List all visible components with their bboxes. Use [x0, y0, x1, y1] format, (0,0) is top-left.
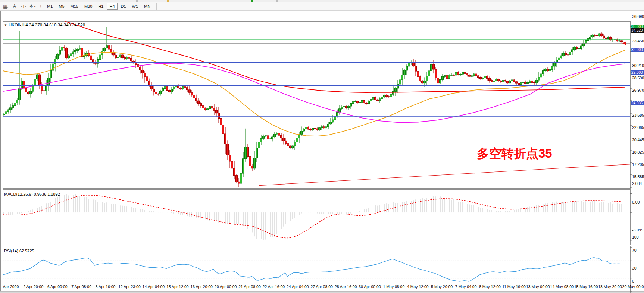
price-axis-label: 17.205: [632, 162, 644, 167]
price-tag-34.520[interactable]: 34.520: [631, 28, 644, 33]
annotation-text: 多空转折点35: [477, 145, 552, 162]
macd-axis-label: 2.084: [632, 181, 642, 186]
timeframe-button-D1[interactable]: D1: [118, 3, 129, 10]
rsi-axis-label: 100: [632, 235, 639, 239]
macd-label: MACD(12,26,9) 0.9636 1.1892: [4, 192, 60, 196]
price-arrow-icon: [622, 42, 626, 45]
sliver-mark-icon: [276, 0, 278, 2]
textbox-button[interactable]: T: [20, 3, 27, 10]
timeframe-button-M5[interactable]: M5: [56, 3, 67, 10]
trendline[interactable]: [259, 164, 630, 186]
price-axis-label: 15.585: [632, 174, 644, 179]
price-tag-24.936[interactable]: 24.936: [631, 101, 644, 105]
timeframe-button-H4[interactable]: H4: [107, 3, 117, 10]
sliver-mark-icon: [251, 0, 253, 2]
timeframe-button-W1[interactable]: W1: [129, 3, 141, 10]
left-edge-divider-2: [2, 10, 2, 291]
macd-axis-label: 0.00: [632, 200, 640, 204]
timeframe-button-H1[interactable]: H1: [96, 3, 106, 10]
price-axis-label: 28.590: [632, 76, 644, 80]
rsi-axis-label: 30: [632, 266, 637, 270]
ma-magenta: [3, 63, 625, 123]
text-label-button[interactable]: A: [11, 3, 18, 10]
timeframe-button-M30[interactable]: M30: [82, 3, 95, 10]
price-axis-label: 33.450: [632, 39, 644, 43]
styles-button[interactable]: ❖▾: [29, 3, 36, 10]
macd-signal-line: [3, 195, 622, 238]
price-axis-label: 23.685: [632, 113, 644, 117]
chart-title: ▼UKOil-,H4 34.370 34.610 34.340 34.520: [4, 23, 85, 27]
toolbar: ▦FAT❖▾⋮ M1M5M15M30H1H4D1W1MN: [0, 2, 644, 11]
rsi-axis-label: 70: [632, 248, 637, 252]
collapse-icon[interactable]: ▼: [4, 23, 7, 27]
price-axis-label: 36.690: [632, 14, 644, 19]
macd-axis-label: -3.0957: [632, 228, 644, 232]
sliver-mark-icon: [136, 0, 138, 2]
timeframe-group: M1M5M15M30H1H4D1W1MN: [44, 2, 157, 10]
left-edge-divider: [0, 10, 1, 291]
timeframe-button-M15[interactable]: M15: [68, 3, 81, 10]
mt4-window: ▦FAT❖▾⋮ M1M5M15M30H1H4D1W1MN ▼UKOil-,H4 …: [0, 0, 644, 293]
price-axis-label: 26.970: [632, 88, 644, 92]
candles: [3, 27, 623, 188]
price-axis-label: 22.065: [632, 125, 644, 130]
rsi-label: RSI(14) 62.5725: [4, 249, 34, 253]
macd-histogram: [4, 194, 622, 240]
chart-shift-button[interactable]: ▦F: [2, 3, 9, 10]
rsi-axis-label: 0: [632, 279, 634, 283]
chart-title-text: UKOil-,H4 34.370 34.610 34.340 34.520: [9, 23, 85, 27]
price-axis-label: 20.445: [632, 138, 644, 142]
timeframe-button-M1[interactable]: M1: [44, 3, 55, 10]
drawing-tools-group: ▦FAT❖▾⋮: [2, 2, 43, 10]
toolbar-drag-handle[interactable]: ⋮: [39, 4, 42, 9]
time-axis-label: 20 May 00:00: [616, 284, 644, 289]
toolbar-divider: [156, 3, 157, 10]
price-axis-label: 30.210: [632, 63, 644, 68]
macd-panel-border: [3, 190, 631, 245]
main-panel-border: [3, 22, 631, 189]
price-axis-label: 18.825: [632, 150, 644, 154]
chart-plot-area[interactable]: ▼UKOil-,H4 34.370 34.610 34.340 34.520 M…: [0, 10, 644, 291]
timeframe-button-MN[interactable]: MN: [141, 3, 153, 10]
rsi-line: [3, 258, 623, 281]
price-tag-32.000[interactable]: 32.000: [631, 48, 644, 52]
sliver-mark-icon: [167, 0, 169, 2]
price-tag-29.000[interactable]: 29.000: [631, 70, 644, 75]
